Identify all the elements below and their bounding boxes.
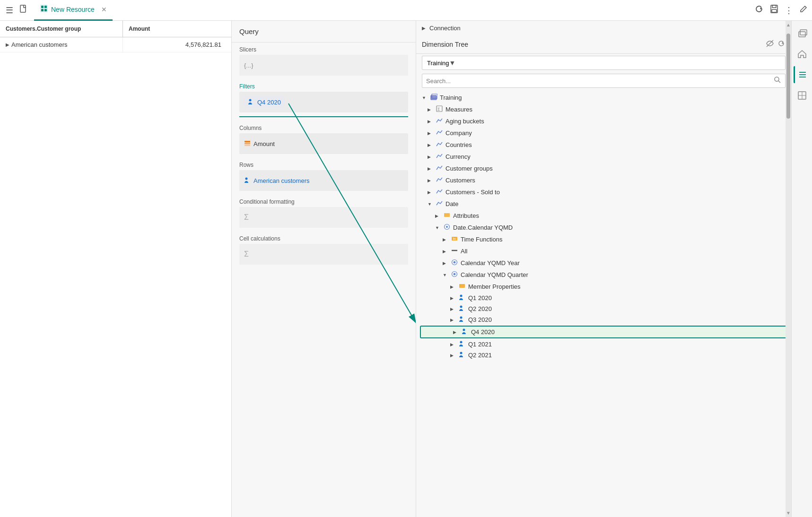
tree-toggle-q1-2021[interactable]: ▶ xyxy=(450,342,456,347)
svg-rect-4 xyxy=(41,9,44,11)
tab-icon xyxy=(40,4,48,15)
q1-2020-node-icon xyxy=(458,294,466,302)
tree-toggle-measures[interactable]: ▶ xyxy=(428,107,433,112)
tree-node-measures[interactable]: ▶ Σ Measures xyxy=(418,103,791,115)
tree-node-q4-2020[interactable]: ▶ Q4 2020 xyxy=(420,326,789,338)
action-table[interactable] xyxy=(794,87,811,104)
measures-node-icon: Σ xyxy=(435,105,444,114)
scroll-up-btn[interactable]: ▲ xyxy=(786,21,791,29)
customer-groups-node-icon xyxy=(435,164,444,173)
tree-node-cal-year[interactable]: ▶ Calendar YQMD Year xyxy=(418,257,791,269)
tree-node-cal-quarter[interactable]: ▼ Calendar YQMD Quarter xyxy=(418,269,791,281)
tree-toggle-q2-2020[interactable]: ▶ xyxy=(450,307,456,311)
tree-toggle-time-fn[interactable]: ▶ xyxy=(443,237,448,242)
tree-node-company[interactable]: ▶ Company xyxy=(418,127,791,139)
tree-toggle-q3-2020[interactable]: ▶ xyxy=(450,318,456,322)
tree-toggle-q1-2020[interactable]: ▶ xyxy=(450,296,456,301)
tree-node-all[interactable]: ▶ All xyxy=(418,245,791,257)
tree-toggle-cal-year[interactable]: ▶ xyxy=(443,261,448,266)
tree-toggle-currency[interactable]: ▶ xyxy=(428,155,433,159)
tree-toggle-company[interactable]: ▶ xyxy=(428,131,433,136)
top-bar-left: ☰ New Resource ✕ xyxy=(4,0,113,21)
tree-label-countries: Countries xyxy=(445,141,472,148)
cell-calc-content[interactable]: Σ xyxy=(239,244,408,265)
columns-content[interactable]: Amount xyxy=(239,133,408,154)
tree-label-date: Date xyxy=(445,200,458,207)
tree-node-aging[interactable]: ▶ Aging buckets xyxy=(418,115,791,127)
refresh-icon[interactable] xyxy=(754,4,764,16)
action-home[interactable] xyxy=(794,45,811,62)
q2-2021-node-icon xyxy=(458,351,466,359)
edit-icon[interactable] xyxy=(799,4,808,16)
tree-node-customer-groups[interactable]: ▶ Customer groups xyxy=(418,163,791,174)
svg-rect-5 xyxy=(44,9,47,11)
tree-node-q2-2020[interactable]: ▶ Q2 2020 xyxy=(418,303,791,314)
hamburger-icon[interactable]: ☰ xyxy=(4,3,15,17)
connection-expand-icon[interactable]: ▶ xyxy=(422,26,426,31)
cube-dropdown-label: Training xyxy=(427,60,449,67)
search-icon[interactable] xyxy=(774,76,781,86)
grid-cell-customer: ▶ American customers xyxy=(0,37,123,52)
query-title: Query xyxy=(232,21,416,43)
q1-2021-node-icon xyxy=(458,340,466,348)
cube-dropdown[interactable]: Training ▼ xyxy=(422,56,786,70)
tree-toggle-q4-2020[interactable]: ▶ xyxy=(453,330,459,335)
tree-node-q2-2021[interactable]: ▶ Q2 2021 xyxy=(418,350,791,361)
filters-content[interactable]: Q4 2020 xyxy=(239,92,408,112)
search-input[interactable] xyxy=(426,78,774,85)
tree-label-training: Training xyxy=(440,94,462,101)
tree-toggle-date[interactable]: ▼ xyxy=(428,202,433,207)
cond-format-content[interactable]: Σ xyxy=(239,207,408,228)
svg-point-42 xyxy=(460,352,463,354)
new-doc-icon[interactable] xyxy=(19,4,28,16)
tree-toggle-customers-sold[interactable]: ▶ xyxy=(428,190,433,195)
dim-hide-icon[interactable] xyxy=(766,39,774,50)
tree-toggle-countries[interactable]: ▶ xyxy=(428,143,433,147)
expand-arrow-icon[interactable]: ▶ xyxy=(6,42,9,47)
time-fn-node-icon: fn xyxy=(450,235,459,244)
tree-node-currency[interactable]: ▶ Currency xyxy=(418,151,791,163)
column-item-amount[interactable]: Amount xyxy=(244,140,275,148)
tab-close-icon[interactable]: ✕ xyxy=(101,6,107,13)
tree-node-member-props[interactable]: ▶ Member Properties xyxy=(418,281,791,293)
tree-toggle-attributes[interactable]: ▶ xyxy=(435,214,441,218)
scroll-down-btn[interactable]: ▼ xyxy=(786,509,791,517)
tree-node-calendar-yqmd[interactable]: ▼ Date.Calendar YQMD xyxy=(418,222,791,233)
tree-node-date[interactable]: ▼ Date xyxy=(418,198,791,210)
currency-node-icon xyxy=(435,152,444,161)
tree-node-q3-2020[interactable]: ▶ Q3 2020 xyxy=(418,314,791,325)
more-options-icon[interactable]: ⋮ xyxy=(785,5,793,16)
tree-toggle-member-props[interactable]: ▶ xyxy=(450,284,456,289)
scroll-thumb[interactable] xyxy=(786,34,790,119)
svg-text:fn: fn xyxy=(453,237,456,241)
tree-toggle-cal-quarter[interactable]: ▼ xyxy=(443,273,448,277)
tree-node-customers-sold-to[interactable]: ▶ Customers - Sold to xyxy=(418,186,791,198)
amount-value: 4,576,821.81 xyxy=(185,41,221,48)
tree-node-q1-2020[interactable]: ▶ Q1 2020 xyxy=(418,293,791,303)
tree-node-customers[interactable]: ▶ Customers xyxy=(418,174,791,186)
save-icon[interactable] xyxy=(769,4,779,16)
dim-refresh-icon[interactable] xyxy=(777,39,786,50)
new-resource-tab[interactable]: New Resource ✕ xyxy=(34,0,113,21)
chevron-down-icon: ▼ xyxy=(449,59,455,67)
tree-toggle-customers[interactable]: ▶ xyxy=(428,178,433,183)
row-item-american[interactable]: American customers xyxy=(244,177,309,185)
tree-toggle-training[interactable]: ▼ xyxy=(422,95,428,100)
rows-content[interactable]: American customers xyxy=(239,170,408,191)
filter-item-q4-2020[interactable]: Q4 2020 xyxy=(244,96,285,108)
slicers-content[interactable]: {...} xyxy=(239,55,408,76)
tree-toggle-all[interactable]: ▶ xyxy=(443,249,448,254)
action-list[interactable] xyxy=(794,66,811,83)
action-3d-cube[interactable] xyxy=(794,25,811,42)
tree-toggle-aging[interactable]: ▶ xyxy=(428,119,433,124)
tree-node-q1-2021[interactable]: ▶ Q1 2021 xyxy=(418,339,791,350)
tree-node-training[interactable]: ▼ Training xyxy=(418,92,791,103)
svg-rect-0 xyxy=(20,5,26,12)
tree-toggle-calendar-yqmd[interactable]: ▼ xyxy=(435,225,441,230)
table-row[interactable]: ▶ American customers 4,576,821.81 xyxy=(0,37,231,52)
tree-toggle-q2-2021[interactable]: ▶ xyxy=(450,353,456,358)
tree-node-attributes[interactable]: ▶ Attributes xyxy=(418,210,791,222)
tree-node-countries[interactable]: ▶ Countries xyxy=(418,139,791,151)
tree-toggle-customer-groups[interactable]: ▶ xyxy=(428,166,433,171)
tree-node-time-functions[interactable]: ▶ fn Time Functions xyxy=(418,233,791,245)
